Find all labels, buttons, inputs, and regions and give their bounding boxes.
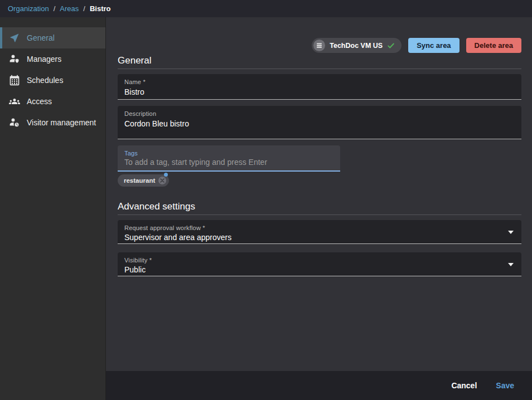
calendar-icon xyxy=(9,75,20,86)
description-field-value: Cordon Bleu bistro xyxy=(124,119,515,128)
breadcrumb: Organization / Areas / Bistro xyxy=(8,4,111,13)
person-shield-icon xyxy=(9,53,20,65)
save-button[interactable]: Save xyxy=(496,381,514,390)
sidebar-item-label: Access xyxy=(27,97,52,106)
sidebar-item-visitor-management[interactable]: Visitor management xyxy=(0,112,105,133)
tags-input[interactable] xyxy=(124,158,333,167)
chevron-down-icon xyxy=(508,263,514,266)
groups-icon xyxy=(9,96,20,107)
name-field-value: Bistro xyxy=(124,87,515,96)
name-field-label: Name * xyxy=(124,79,515,85)
sidebar-item-access[interactable]: Access xyxy=(0,91,105,112)
workflow-select-label: Request approval workflow * xyxy=(124,225,515,231)
sidebar-item-label: General xyxy=(27,33,55,42)
visibility-select-value: Public xyxy=(124,265,515,274)
sidebar-item-schedules[interactable]: Schedules xyxy=(0,70,105,91)
description-field[interactable]: Description Cordon Bleu bistro xyxy=(118,106,521,139)
sidebar-item-general[interactable]: General xyxy=(0,27,105,48)
breadcrumb-separator: / xyxy=(83,4,85,13)
delete-area-button[interactable]: Delete area xyxy=(466,38,521,53)
visibility-select[interactable]: Visibility * Public xyxy=(118,252,521,276)
tag-chip-restaurant[interactable]: restaurant xyxy=(118,174,169,187)
sidebar-item-label: Visitor management xyxy=(27,118,96,127)
visibility-select-label: Visibility * xyxy=(124,257,515,264)
cancel-button[interactable]: Cancel xyxy=(451,381,477,390)
main-column: TechDoc VM US Sync area Delete area Gene… xyxy=(106,17,532,400)
breadcrumb-separator: / xyxy=(54,4,56,13)
main-panel: TechDoc VM US Sync area Delete area Gene… xyxy=(106,17,532,371)
name-field[interactable]: Name * Bistro xyxy=(118,74,521,100)
general-section-title: General xyxy=(118,55,521,66)
request-approval-workflow-select[interactable]: Request approval workflow * Supervisor a… xyxy=(118,220,521,244)
app-window: Organization / Areas / Bistro General xyxy=(0,0,532,400)
vm-status-chip[interactable]: TechDoc VM US xyxy=(312,38,402,53)
person-clock-icon xyxy=(9,117,20,128)
actions-row: TechDoc VM US Sync area Delete area xyxy=(118,38,521,53)
sidebar-item-label: Managers xyxy=(27,55,61,64)
server-lines-icon xyxy=(313,40,325,51)
tags-chip-row: restaurant xyxy=(118,174,521,187)
near-me-icon xyxy=(9,32,20,43)
remove-tag-icon[interactable] xyxy=(158,177,166,184)
check-icon xyxy=(387,42,395,50)
workflow-select-value: Supervisor and area approvers xyxy=(124,233,515,242)
advanced-section-title: Advanced settings xyxy=(118,201,521,212)
chevron-down-icon xyxy=(508,231,514,234)
tags-field-label: Tags xyxy=(124,150,333,157)
section-divider xyxy=(118,214,521,215)
footer-action-bar: Cancel Save xyxy=(106,371,532,400)
sidebar-item-label: Schedules xyxy=(27,76,63,85)
sidebar: General Managers xyxy=(0,17,106,400)
description-field-label: Description xyxy=(124,110,515,117)
breadcrumb-link-organization[interactable]: Organization xyxy=(8,4,49,13)
tags-field[interactable]: Tags xyxy=(118,145,340,172)
breadcrumb-link-areas[interactable]: Areas xyxy=(60,4,79,13)
top-bar: Organization / Areas / Bistro xyxy=(0,0,532,17)
chip-indicator-dot xyxy=(164,173,168,177)
sidebar-item-managers[interactable]: Managers xyxy=(0,48,105,70)
breadcrumb-current-page: Bistro xyxy=(90,4,111,13)
vm-chip-label: TechDoc VM US xyxy=(330,42,383,50)
sync-area-button[interactable]: Sync area xyxy=(408,38,459,53)
body-row: General Managers xyxy=(0,17,532,400)
section-divider xyxy=(118,69,521,69)
tag-chip-label: restaurant xyxy=(124,177,155,184)
